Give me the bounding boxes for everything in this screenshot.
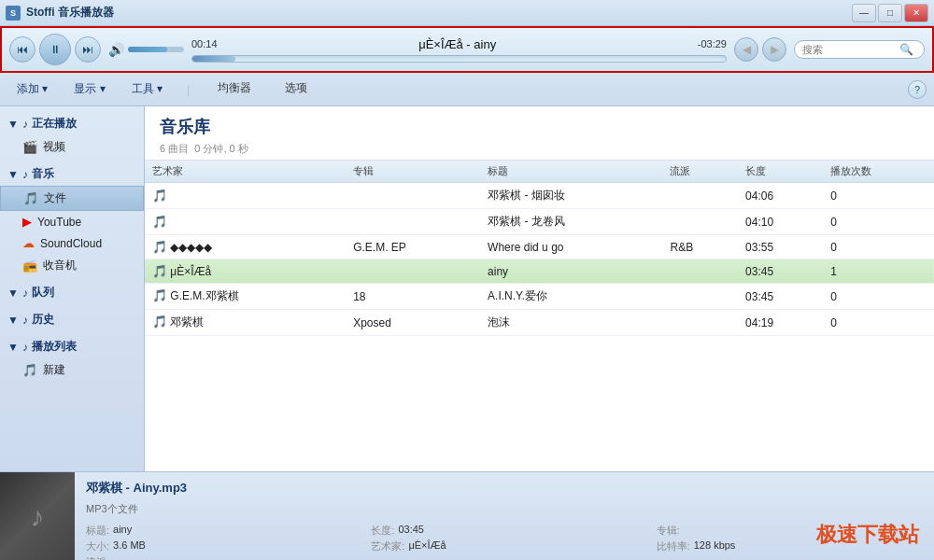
status-length-field: 长度: 03:45: [371, 524, 637, 538]
status-size-label: 大小:: [86, 539, 109, 553]
sidebar-header-queue[interactable]: ▼ ♪ 队列: [0, 281, 144, 304]
music-icon: ♪: [22, 118, 28, 131]
table-row[interactable]: 🎵 邓紫棋 - 烟囱妆 04:06 0: [145, 183, 934, 209]
music-table: 艺术家 专辑 标题 流派 长度 播放次数 🎵 邓紫棋 - 烟囱妆 04:06 0…: [145, 161, 934, 336]
volume-control[interactable]: 🔊: [108, 42, 184, 57]
time-remain: -03:29: [698, 38, 727, 49]
row-icon: 🎵: [152, 288, 167, 302]
video-icon: 🎬: [22, 140, 37, 154]
sidebar-item-new-playlist[interactable]: 🎵 新建: [0, 358, 144, 382]
cell-length: 03:45: [738, 259, 823, 284]
cell-title: A.I.N.Y.爱你: [480, 284, 662, 310]
add-menu[interactable]: 添加 ▾: [7, 78, 57, 100]
sidebar-section-music: ▼ ♪ 音乐 🎵 文件 ▶ YouTube ☁ SoundCloud 📻 收音机: [0, 162, 144, 277]
sidebar-youtube-label: YouTube: [37, 216, 81, 229]
cell-album: G.E.M. EP: [346, 235, 480, 259]
status-size-field: 大小: 3.6 MB: [86, 539, 352, 553]
cell-length: 03:45: [738, 284, 823, 310]
col-genre: 流派: [662, 161, 738, 183]
table-row[interactable]: 🎵 μÈ×ÎÆå ainy 03:45 1: [145, 259, 934, 284]
cell-plays: 0: [823, 310, 934, 336]
sidebar-item-youtube[interactable]: ▶ YouTube: [0, 211, 144, 232]
sidebar-item-soundcloud[interactable]: ☁ SoundCloud: [0, 232, 144, 254]
status-artist-field: 艺术家: μÈ×ÎÆå: [371, 539, 637, 553]
status-genre-field: 流派:: [86, 555, 352, 560]
sidebar-radio-label: 收音机: [43, 258, 77, 273]
sidebar-item-radio[interactable]: 📻 收音机: [0, 254, 144, 277]
watermark: 极速下载站: [816, 521, 919, 549]
title-bar: S Stoffi 音乐播放器 — □ ✕: [0, 0, 934, 26]
table-row[interactable]: 🎵 邓紫棋 - 龙卷风 04:10 0: [145, 209, 934, 235]
tab-equalizer[interactable]: 均衡器: [205, 77, 264, 102]
content-header: 音乐库 6 曲目 0 分钟, 0 秒: [145, 106, 934, 161]
table-row[interactable]: 🎵 ◆◆◆◆◆ G.E.M. EP Where did u go R&B 03:…: [145, 235, 934, 259]
sidebar: ▼ ♪ 正在播放 🎬 视频 ▼ ♪ 音乐 🎵 文件 ▶ YouTube: [0, 106, 145, 475]
row-icon: 🎵: [152, 264, 167, 278]
sidebar-playlists-label: 播放列表: [32, 339, 77, 355]
view-menu[interactable]: 显示 ▾: [64, 78, 114, 100]
status-length-value: 03:45: [398, 524, 424, 538]
col-plays: 播放次数: [823, 161, 934, 183]
library-title: 音乐库: [160, 116, 919, 138]
volume-fill: [128, 47, 167, 52]
play-button[interactable]: ⏸: [39, 34, 71, 65]
cell-title: 泡沫: [480, 310, 662, 336]
table-row[interactable]: 🎵 邓紫棋 Xposed 泡沫 04:19 0: [145, 310, 934, 336]
help-button[interactable]: ?: [908, 80, 927, 99]
tab-options[interactable]: 选项: [272, 77, 320, 102]
row-icon: 🎵: [152, 215, 167, 229]
cell-album: 18: [346, 284, 480, 310]
sidebar-history-label: 历史: [32, 312, 54, 328]
queue-icon: ♪: [22, 287, 28, 300]
cell-genre: [662, 310, 738, 336]
cell-artist: 🎵 ◆◆◆◆◆: [145, 235, 346, 259]
main-layout: ▼ ♪ 正在播放 🎬 视频 ▼ ♪ 音乐 🎵 文件 ▶ YouTube: [0, 106, 934, 475]
status-title-value: ainy: [113, 524, 132, 538]
status-info: 邓紫棋 - Ainy.mp3 MP3个文件 标题: ainy 长度: 03:45…: [75, 472, 934, 560]
search-box[interactable]: 🔍: [794, 40, 925, 59]
sidebar-item-files[interactable]: 🎵 文件: [0, 186, 144, 211]
volume-bar[interactable]: [128, 47, 184, 52]
sidebar-item-video[interactable]: 🎬 视频: [0, 135, 144, 159]
sidebar-header-nowplaying[interactable]: ▼ ♪ 正在播放: [0, 112, 144, 135]
sidebar-files-label: 文件: [44, 190, 66, 206]
status-filetype: MP3个文件: [86, 502, 923, 516]
close-button[interactable]: ✕: [904, 4, 928, 22]
status-length-label: 长度:: [371, 524, 394, 538]
search-input[interactable]: [802, 44, 896, 55]
arrow-icon-3: ▼: [7, 287, 19, 300]
back-button[interactable]: ◀: [734, 37, 758, 62]
sidebar-header-playlists[interactable]: ▼ ♪ 播放列表: [0, 335, 144, 358]
cell-length: 04:19: [738, 310, 823, 336]
sidebar-header-music[interactable]: ▼ ♪ 音乐: [0, 162, 144, 186]
prev-button[interactable]: ⏮: [9, 36, 35, 63]
status-title-field: 标题: ainy: [86, 524, 352, 538]
col-artist: 艺术家: [145, 161, 346, 183]
music-icon-2: ♪: [22, 168, 28, 181]
menu-bar: 添加 ▾ 显示 ▾ 工具 ▾ | 均衡器 选项 ?: [0, 73, 934, 105]
minimize-button[interactable]: —: [852, 4, 876, 22]
progress-bar[interactable]: [191, 55, 727, 63]
row-icon: 🎵: [152, 240, 167, 254]
cell-title: ainy: [480, 259, 662, 284]
cell-artist: 🎵: [145, 183, 346, 209]
cell-genre: [662, 209, 738, 235]
arrow-icon-2: ▼: [7, 168, 19, 181]
cell-plays: 1: [823, 259, 934, 284]
cell-genre: [662, 259, 738, 284]
sidebar-music-label: 音乐: [32, 166, 54, 182]
header-area: ⏮ ⏸ ⏭ 🔊 00:14 μÈ×ÎÆå - ainy -03:29 ◀ ▶: [0, 26, 934, 106]
next-button[interactable]: ⏭: [75, 36, 101, 63]
table-row[interactable]: 🎵 G.E.M.邓紫棋 18 A.I.N.Y.爱你 03:45 0: [145, 284, 934, 310]
forward-button[interactable]: ▶: [762, 37, 786, 62]
sidebar-header-history[interactable]: ▼ ♪ 历史: [0, 308, 144, 331]
status-album-label: 专辑:: [657, 524, 680, 538]
maximize-button[interactable]: □: [878, 4, 902, 22]
arrow-icon-5: ▼: [7, 341, 19, 354]
nav-buttons: ◀ ▶: [734, 37, 786, 62]
cell-artist: 🎵 邓紫棋: [145, 310, 346, 336]
tools-menu[interactable]: 工具 ▾: [122, 78, 172, 100]
cell-plays: 0: [823, 235, 934, 259]
sidebar-new-playlist-label: 新建: [43, 362, 65, 378]
volume-icon: 🔊: [108, 42, 124, 57]
